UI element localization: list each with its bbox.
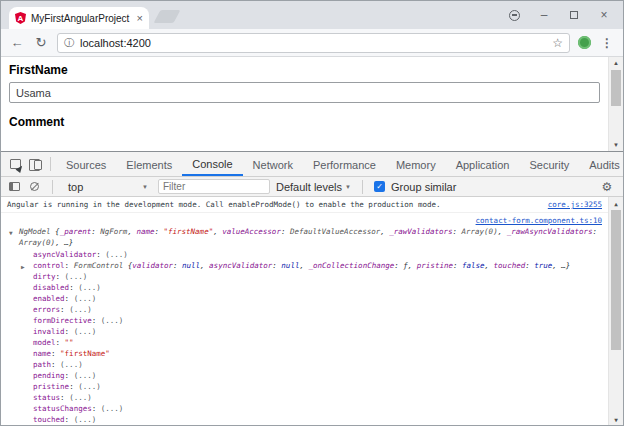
property-row-invalid[interactable]: invalid(...)	[7, 326, 602, 337]
tab-security[interactable]: Security	[519, 152, 579, 176]
property-row-enabled[interactable]: enabled(...)	[7, 293, 602, 304]
property-row-name[interactable]: name"firstName"	[7, 348, 602, 359]
property-getter[interactable]: (...)	[74, 371, 97, 380]
scroll-up-icon[interactable]: ▲	[609, 57, 623, 69]
console-filter-input[interactable]	[158, 179, 270, 194]
profile-icon[interactable]	[499, 1, 529, 29]
property-getter[interactable]: (...)	[101, 404, 124, 413]
context-selector[interactable]: top ▼	[64, 181, 152, 193]
source-link[interactable]: contact-form.component.ts:10	[476, 216, 602, 225]
property-key: invalid	[33, 327, 74, 336]
device-toolbar-icon[interactable]	[25, 152, 45, 176]
property-row-errors[interactable]: errors(...)	[7, 304, 602, 315]
property-key: statusChanges	[33, 404, 101, 413]
property-key: formDirective	[33, 316, 101, 325]
divider	[362, 180, 363, 194]
settings-gear-icon[interactable]: ⚙	[597, 177, 617, 196]
tab-elements[interactable]: Elements	[116, 152, 182, 176]
console-log: core.js:3255 Angular is running in the d…	[1, 197, 623, 425]
refresh-icon[interactable]: ↻	[33, 36, 49, 49]
property-row-path[interactable]: path(...)	[7, 359, 602, 370]
tab-performance[interactable]: Performance	[303, 152, 386, 176]
scroll-down-icon[interactable]: ▼	[609, 139, 623, 151]
property-row-control[interactable]: ▶controlFormControl {validator: null, as…	[7, 260, 602, 271]
property-getter[interactable]: (...)	[101, 316, 124, 325]
property-getter[interactable]: (...)	[74, 294, 97, 303]
console-message: core.js:3255 Angular is running in the d…	[1, 197, 608, 213]
property-row-pristine[interactable]: pristine(...)	[7, 381, 602, 392]
log-levels-dropdown[interactable]: Default levels ▼	[276, 181, 351, 193]
back-icon[interactable]: ←	[9, 36, 25, 49]
ngmodel-object-preview[interactable]: ▼NgModel {_parent: NgForm, name: "firstN…	[7, 226, 602, 248]
property-getter[interactable]: (...)	[74, 327, 97, 336]
log-levels-label: Default levels	[276, 181, 342, 193]
property-row-pending[interactable]: pending(...)	[7, 370, 602, 381]
comment-label: Comment	[9, 115, 600, 129]
property-getter[interactable]: (...)	[105, 250, 128, 259]
property-row-touched[interactable]: touched(...)	[7, 414, 602, 425]
object-properties: asyncValidator(...) ▶controlFormControl …	[7, 249, 602, 425]
property-value: ""	[65, 338, 74, 347]
clear-console-icon[interactable]	[27, 177, 41, 196]
collapse-arrow-icon[interactable]: ▼	[9, 227, 13, 238]
console-scrollbar[interactable]: ▲ ▼	[608, 197, 623, 425]
tab-sources[interactable]: Sources	[56, 152, 116, 176]
tab-application[interactable]: Application	[446, 152, 520, 176]
property-row-asyncvalidator[interactable]: asyncValidator(...)	[7, 249, 602, 260]
property-key: status	[33, 393, 69, 402]
scroll-down-icon[interactable]: ▼	[609, 413, 623, 425]
tab-audits[interactable]: Audits	[579, 152, 624, 176]
bookmark-star-icon[interactable]: ☆	[552, 37, 563, 49]
url-bar[interactable]: ⓘ localhost:4200 ☆	[57, 33, 570, 53]
property-row-status[interactable]: status(...)	[7, 392, 602, 403]
browser-tab[interactable]: A MyFirstAngularProject ×	[9, 7, 149, 29]
source-link[interactable]: core.js:3255	[548, 199, 602, 210]
property-row-formdirective[interactable]: formDirective(...)	[7, 315, 602, 326]
property-row-dirty[interactable]: dirty(...)	[7, 271, 602, 282]
tab-network[interactable]: Network	[243, 152, 303, 176]
divider	[52, 180, 53, 194]
property-key: asyncValidator	[33, 250, 105, 259]
property-getter[interactable]: (...)	[60, 360, 83, 369]
property-key: path	[33, 360, 60, 369]
property-getter[interactable]: (...)	[78, 382, 101, 391]
page-scrollbar[interactable]: ▲ ▼	[608, 57, 623, 151]
property-getter[interactable]: (...)	[74, 415, 97, 424]
property-value: "firstName"	[60, 349, 110, 358]
close-button[interactable]: ×	[589, 1, 619, 29]
property-row-statuschanges[interactable]: statusChanges(...)	[7, 403, 602, 414]
chevron-down-icon: ▼	[345, 184, 351, 190]
scroll-up-icon[interactable]: ▲	[609, 197, 623, 209]
minimize-button[interactable]: –	[529, 1, 559, 29]
tab-close-icon[interactable]: ×	[137, 13, 143, 24]
url-text[interactable]: localhost:4200	[80, 37, 546, 49]
property-getter[interactable]: (...)	[69, 305, 92, 314]
tab-memory[interactable]: Memory	[386, 152, 446, 176]
info-icon[interactable]: ⓘ	[64, 38, 74, 48]
console-sidebar-icon[interactable]	[7, 177, 21, 196]
maximize-button[interactable]	[559, 1, 589, 29]
property-row-model[interactable]: model""	[7, 337, 602, 348]
property-getter[interactable]: (...)	[69, 393, 92, 402]
property-getter[interactable]: (...)	[65, 272, 88, 281]
console-message-text: Angular is running in the development mo…	[7, 200, 440, 209]
property-key: pristine	[33, 382, 78, 391]
property-key: dirty	[33, 272, 65, 281]
tab-console[interactable]: Console	[182, 152, 242, 176]
new-tab-button[interactable]	[154, 10, 181, 23]
devtools-panel: Sources Elements Console Network Perform…	[1, 151, 623, 425]
property-row-disabled[interactable]: disabled(...)	[7, 282, 602, 293]
property-key: name	[33, 349, 60, 358]
extension-icon[interactable]	[578, 36, 591, 49]
tab-title: MyFirstAngularProject	[31, 13, 132, 24]
browser-menu-icon[interactable]: ⋮	[599, 37, 615, 49]
group-similar-checkbox[interactable]: ✓	[374, 181, 385, 192]
firstname-input[interactable]	[9, 82, 600, 103]
scrollbar-thumb[interactable]	[611, 70, 621, 106]
inspect-element-icon[interactable]	[5, 152, 25, 176]
scrollbar-thumb[interactable]	[611, 210, 621, 350]
property-key: control	[33, 261, 74, 270]
property-getter[interactable]: (...)	[78, 283, 101, 292]
property-key: model	[33, 338, 65, 347]
firstname-label: FirstName	[9, 63, 600, 77]
